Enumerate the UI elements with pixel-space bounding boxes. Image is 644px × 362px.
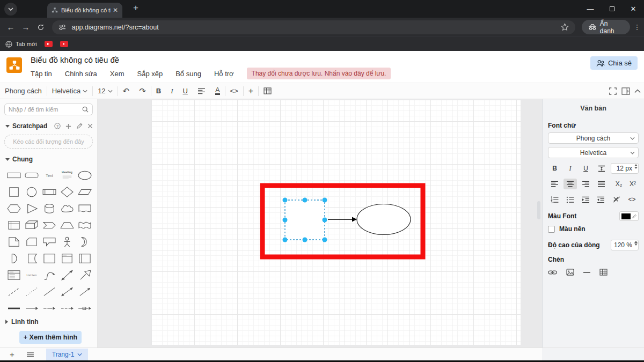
shape-horizontal-container[interactable] xyxy=(76,250,93,267)
bookmark-favicon-video-2[interactable] xyxy=(60,41,68,47)
insert-plus-button[interactable]: + xyxy=(244,83,258,99)
insert-link-icon[interactable] xyxy=(548,270,557,275)
scratchpad-header[interactable]: Scratchpad ? xyxy=(5,122,93,130)
panel-underline-button[interactable]: U xyxy=(579,163,592,174)
add-page-button[interactable]: + xyxy=(10,350,14,359)
shape-actor[interactable] xyxy=(58,233,76,250)
scratchpad-add-icon[interactable] xyxy=(65,123,71,129)
shape-callout[interactable] xyxy=(40,233,58,250)
numbered-list-button[interactable] xyxy=(548,194,561,205)
shape-list[interactable] xyxy=(5,267,23,283)
shape-or[interactable] xyxy=(76,233,93,250)
bold-button[interactable]: B xyxy=(151,83,166,99)
fontname-dropdown[interactable]: Helvetica xyxy=(548,147,639,158)
shape-rectangle[interactable] xyxy=(5,167,23,183)
page-tab-trang-1[interactable]: Trang-1 xyxy=(46,349,89,360)
shape-search[interactable] xyxy=(4,104,93,115)
bookmark-new-tab[interactable]: Tab mới xyxy=(5,41,37,48)
toggle-format-panel-icon[interactable] xyxy=(621,87,630,95)
shape-step[interactable] xyxy=(40,217,58,233)
new-tab-button[interactable]: + xyxy=(129,3,143,13)
window-minimize-button[interactable]: — xyxy=(580,0,601,18)
undo-icon[interactable]: ↶ xyxy=(118,83,135,99)
shape-tape[interactable] xyxy=(76,217,93,233)
shape-search-input[interactable] xyxy=(9,106,82,113)
vertical-text-button[interactable] xyxy=(595,163,608,174)
toolbar-fontsize-dropdown[interactable]: 12 xyxy=(93,83,117,99)
tab-search-button[interactable] xyxy=(4,3,17,16)
clear-formatting-button[interactable] xyxy=(610,194,623,205)
line-height-spinner[interactable]: 120 % xyxy=(611,240,639,250)
scratchpad-help-icon[interactable]: ? xyxy=(54,123,61,129)
bookmark-star-icon[interactable] xyxy=(561,23,569,31)
document-title[interactable]: Biểu đồ không có tiêu đề xyxy=(31,55,119,64)
more-shapes-button[interactable]: + Xem thêm hình xyxy=(19,331,82,344)
connector-arrow[interactable] xyxy=(328,217,357,222)
code-button[interactable]: <> xyxy=(225,83,243,99)
font-color-swatch[interactable] xyxy=(619,211,639,221)
shape-rounded-rectangle[interactable] xyxy=(23,167,40,183)
panel-fontsize-spinner[interactable]: 12 px xyxy=(611,163,639,174)
menu-arrange[interactable]: Sắp xếp xyxy=(137,70,163,78)
pages-menu-icon[interactable] xyxy=(26,351,34,357)
menu-edit[interactable]: Chỉnh sửa xyxy=(65,70,97,78)
superscript-button[interactable]: X² xyxy=(627,180,639,188)
shape-bidirectional-arrow[interactable] xyxy=(58,267,76,283)
forward-icon[interactable]: → xyxy=(18,23,33,32)
align-center-button[interactable] xyxy=(564,179,577,189)
style-dropdown[interactable]: Phong cách xyxy=(548,132,639,144)
shape-line[interactable] xyxy=(40,283,58,300)
shape-dashed-line[interactable] xyxy=(5,283,23,300)
shape-list-item[interactable]: List Item xyxy=(23,267,40,283)
shape-filled-edge[interactable] xyxy=(40,300,58,316)
fullscreen-icon[interactable] xyxy=(609,87,617,95)
background-color-checkbox[interactable] xyxy=(548,226,555,233)
shape-process[interactable] xyxy=(40,183,58,200)
outdent-button[interactable] xyxy=(594,194,608,205)
panel-bold-button[interactable]: B xyxy=(548,163,561,174)
underline-button[interactable]: U xyxy=(178,83,193,99)
scratchpad-close-icon[interactable] xyxy=(87,123,93,129)
align-button[interactable] xyxy=(193,83,210,99)
collapse-toolbar-icon[interactable] xyxy=(634,89,641,93)
shape-container[interactable] xyxy=(40,250,58,267)
shape-cylinder[interactable] xyxy=(40,200,58,217)
font-color-button[interactable]: A xyxy=(210,83,225,99)
shape-curve[interactable] xyxy=(40,267,58,283)
shape-directional-connector[interactable] xyxy=(76,283,93,300)
back-icon[interactable]: ← xyxy=(3,23,18,32)
shape-ellipse[interactable] xyxy=(76,167,93,183)
shape-and[interactable] xyxy=(5,250,23,267)
shape-note[interactable] xyxy=(5,233,23,250)
menu-extras[interactable]: Bổ sung xyxy=(175,70,201,78)
search-icon[interactable] xyxy=(82,106,89,113)
shape-vertical-container[interactable] xyxy=(58,250,76,267)
align-right-button[interactable] xyxy=(579,179,592,189)
redo-icon[interactable]: ↷ xyxy=(134,83,151,99)
shape-textbox[interactable]: Heading xyxy=(58,167,76,183)
section-general[interactable]: Chung xyxy=(5,156,93,163)
bullet-list-button[interactable] xyxy=(564,194,577,205)
browser-tab[interactable]: Biểu đồ không có tiêu đề - drav ✕ xyxy=(47,3,122,18)
insert-hrule-icon[interactable] xyxy=(583,271,590,274)
shape-text[interactable]: Text xyxy=(40,167,58,183)
shape-diamond[interactable] xyxy=(58,183,76,200)
scratchpad-edit-icon[interactable] xyxy=(76,123,83,129)
indent-button[interactable] xyxy=(579,194,592,205)
shape-cloud[interactable] xyxy=(58,200,76,217)
scratchpad-dropzone[interactable]: Kéo các đối tượng đến đây xyxy=(4,135,93,149)
square-shape[interactable] xyxy=(285,200,325,240)
shape-bold-line[interactable] xyxy=(5,300,23,316)
section-misc[interactable]: Linh tinh xyxy=(5,318,39,326)
align-left-button[interactable] xyxy=(548,179,561,189)
reload-icon[interactable] xyxy=(33,24,48,31)
tab-text[interactable]: Văn bản xyxy=(548,99,639,116)
menu-view[interactable]: Xem xyxy=(110,70,125,78)
shape-square[interactable] xyxy=(5,183,23,200)
shape-dotted-line[interactable] xyxy=(23,283,40,300)
table-button[interactable] xyxy=(259,83,276,99)
ellipse-shape[interactable] xyxy=(357,204,411,235)
shape-simple-arrow[interactable] xyxy=(23,300,40,316)
insert-image-icon[interactable] xyxy=(566,269,574,276)
share-button[interactable]: Chia sẻ xyxy=(590,56,638,70)
